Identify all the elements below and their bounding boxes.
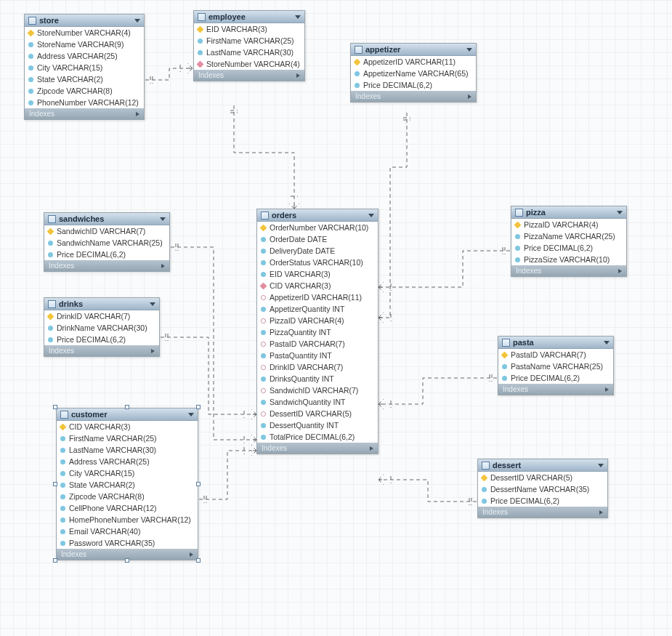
column-row[interactable]: EID VARCHAR(3) <box>257 268 378 280</box>
column-row[interactable]: EID VARCHAR(3) <box>194 23 304 35</box>
selection-handle[interactable] <box>53 558 57 563</box>
column-row[interactable]: PizzaID VARCHAR(4) <box>257 315 378 326</box>
column-row[interactable]: Price DECIMAL(6,2) <box>351 79 476 91</box>
column-row[interactable]: PhoneNumber VARCHAR(12) <box>25 97 144 108</box>
column-row[interactable]: Price DECIMAL(6,2) <box>44 334 159 345</box>
column-row[interactable]: DrinkID VARCHAR(7) <box>257 361 378 373</box>
column-row[interactable]: City VARCHAR(15) <box>57 467 198 479</box>
column-row[interactable]: State VARCHAR(2) <box>25 73 144 85</box>
column-row[interactable]: PizzaQuantity INT <box>257 326 378 338</box>
column-row[interactable]: SandwichID VARCHAR(7) <box>257 385 378 396</box>
table-header[interactable]: employee <box>194 11 304 23</box>
column-row[interactable]: OrderStatus VARCHAR(10) <box>257 257 378 268</box>
column-row[interactable]: Address VARCHAR(25) <box>57 456 198 467</box>
column-row[interactable]: StoreNumber VARCHAR(4) <box>194 58 304 70</box>
indexes-section[interactable]: Indexes <box>44 260 169 271</box>
selection-handle[interactable] <box>196 558 201 563</box>
column-row[interactable]: PizzaID VARCHAR(4) <box>511 219 626 230</box>
selection-handle[interactable] <box>53 405 57 409</box>
column-row[interactable]: LastName VARCHAR(30) <box>194 47 304 58</box>
column-row[interactable]: DessertQuantity INT <box>257 419 378 431</box>
indexes-section[interactable]: Indexes <box>194 70 304 81</box>
column-row[interactable]: DessertName VARCHAR(35) <box>478 483 607 495</box>
table-header[interactable]: dessert <box>478 459 607 472</box>
table-customer[interactable]: customerCID VARCHAR(3)FirstName VARCHAR(… <box>56 408 198 560</box>
chevron-down-icon[interactable] <box>188 413 194 416</box>
column-row[interactable]: DrinksQuantity INT <box>257 373 378 385</box>
indexes-section[interactable]: Indexes <box>511 265 626 276</box>
column-row[interactable]: State VARCHAR(2) <box>57 479 198 491</box>
column-row[interactable]: Password VARCHAR(35) <box>57 537 198 549</box>
column-row[interactable]: City VARCHAR(15) <box>25 62 144 73</box>
table-dessert[interactable]: dessertDessertID VARCHAR(5)DessertName V… <box>477 459 608 518</box>
column-row[interactable]: PastaID VARCHAR(7) <box>498 349 613 361</box>
column-row[interactable]: DrinkName VARCHAR(30) <box>44 322 159 334</box>
selection-handle[interactable] <box>196 405 201 409</box>
indexes-section[interactable]: Indexes <box>351 91 476 102</box>
column-row[interactable]: AppetizerID VARCHAR(11) <box>257 291 378 303</box>
column-row[interactable]: DessertID VARCHAR(5) <box>478 472 607 483</box>
column-row[interactable]: Zipcode VARCHAR(8) <box>57 491 198 502</box>
column-row[interactable]: StoreNumber VARCHAR(4) <box>25 27 144 39</box>
table-store[interactable]: storeStoreNumber VARCHAR(4)StoreName VAR… <box>24 14 145 120</box>
column-row[interactable]: PizzaName VARCHAR(25) <box>511 230 626 242</box>
column-row[interactable]: FirstName VARCHAR(25) <box>57 432 198 444</box>
table-appetizer[interactable]: appetizerAppetizerID VARCHAR(11)Appetize… <box>350 43 477 102</box>
indexes-section[interactable]: Indexes <box>257 443 378 454</box>
chevron-down-icon[interactable] <box>598 464 604 467</box>
table-pasta[interactable]: pastaPastaID VARCHAR(7)PastaName VARCHAR… <box>498 336 614 395</box>
table-header[interactable]: pizza <box>511 206 626 219</box>
column-row[interactable]: PastaName VARCHAR(25) <box>498 361 613 372</box>
selection-handle[interactable] <box>125 405 129 409</box>
table-sandwiches[interactable]: sandwichesSandwichID VARCHAR(7)SandwichN… <box>44 212 170 272</box>
table-header[interactable]: store <box>25 15 144 27</box>
column-row[interactable]: DeliveryDate DATE <box>257 245 378 257</box>
chevron-down-icon[interactable] <box>617 211 623 214</box>
table-header[interactable]: drinks <box>44 298 159 310</box>
column-row[interactable]: OrderDate DATE <box>257 233 378 245</box>
column-row[interactable]: FirstName VARCHAR(25) <box>194 35 304 47</box>
column-row[interactable]: HomePhoneNumber VARCHAR(12) <box>57 514 198 526</box>
column-row[interactable]: Email VARCHAR(40) <box>57 526 198 537</box>
indexes-section[interactable]: Indexes <box>44 345 159 356</box>
chevron-down-icon[interactable] <box>160 217 166 221</box>
column-row[interactable]: SandwichName VARCHAR(25) <box>44 237 169 249</box>
column-row[interactable]: AppetizerName VARCHAR(65) <box>351 68 476 79</box>
indexes-section[interactable]: Indexes <box>498 384 613 395</box>
column-row[interactable]: SandwichQuantity INT <box>257 396 378 408</box>
column-row[interactable]: Address VARCHAR(25) <box>25 50 144 62</box>
chevron-down-icon[interactable] <box>295 15 301 19</box>
table-header[interactable]: sandwiches <box>44 213 169 225</box>
column-row[interactable]: Zipcode VARCHAR(8) <box>25 85 144 97</box>
table-header[interactable]: appetizer <box>351 44 476 56</box>
column-row[interactable]: AppetizerID VARCHAR(11) <box>351 56 476 68</box>
table-pizza[interactable]: pizzaPizzaID VARCHAR(4)PizzaName VARCHAR… <box>511 206 627 277</box>
chevron-down-icon[interactable] <box>368 214 374 217</box>
column-row[interactable]: Price DECIMAL(6,2) <box>511 242 626 254</box>
column-row[interactable]: Price DECIMAL(6,2) <box>44 249 169 260</box>
column-row[interactable]: SandwichID VARCHAR(7) <box>44 225 169 237</box>
chevron-down-icon[interactable] <box>466 48 472 52</box>
column-row[interactable]: CID VARCHAR(3) <box>57 421 198 432</box>
table-orders[interactable]: ordersOrderNumber VARCHAR(10)OrderDate D… <box>256 209 378 454</box>
column-row[interactable]: PastaID VARCHAR(7) <box>257 338 378 350</box>
column-row[interactable]: PastaQuantity INT <box>257 350 378 361</box>
column-row[interactable]: StoreName VARCHAR(9) <box>25 39 144 50</box>
table-header[interactable]: customer <box>57 408 198 421</box>
table-employee[interactable]: employeeEID VARCHAR(3)FirstName VARCHAR(… <box>193 10 305 81</box>
selection-handle[interactable] <box>53 482 57 486</box>
table-drinks[interactable]: drinksDrinkID VARCHAR(7)DrinkName VARCHA… <box>44 297 160 357</box>
column-row[interactable]: Price DECIMAL(6,2) <box>498 372 613 384</box>
indexes-section[interactable]: Indexes <box>25 108 144 119</box>
column-row[interactable]: DessertID VARCHAR(5) <box>257 408 378 419</box>
column-row[interactable]: PizzaSize VARCHAR(10) <box>511 254 626 265</box>
chevron-down-icon[interactable] <box>604 341 610 345</box>
column-row[interactable]: LastName VARCHAR(30) <box>57 444 198 456</box>
indexes-section[interactable]: Indexes <box>478 507 607 518</box>
selection-handle[interactable] <box>196 482 201 486</box>
column-row[interactable]: AppetizerQuantity INT <box>257 303 378 315</box>
column-row[interactable]: TotalPrice DECIMAL(6,2) <box>257 431 378 443</box>
column-row[interactable]: OrderNumber VARCHAR(10) <box>257 222 378 233</box>
column-row[interactable]: CID VARCHAR(3) <box>257 280 378 291</box>
column-row[interactable]: CellPhone VARCHAR(12) <box>57 502 198 514</box>
